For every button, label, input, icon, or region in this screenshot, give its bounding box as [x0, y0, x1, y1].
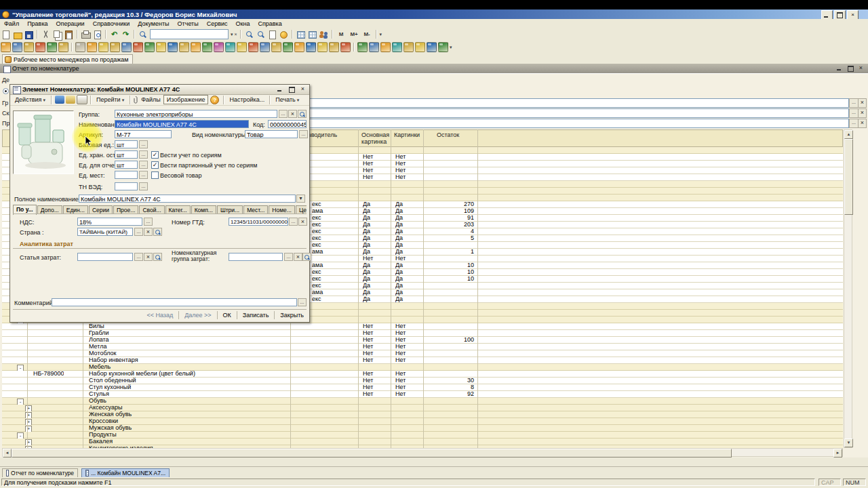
table-row[interactable]: МотоблокНетНет	[2, 350, 843, 357]
undo-icon[interactable]: ↶	[109, 30, 119, 39]
toolbar-icon[interactable]	[225, 42, 235, 52]
restore-button[interactable]	[834, 10, 846, 20]
toolbar-icon[interactable]	[144, 42, 155, 52]
scroll-left-icon[interactable]: ◄	[3, 449, 12, 458]
dialog-close-button[interactable]: ×	[298, 85, 307, 93]
toolbar-icon[interactable]	[329, 42, 339, 52]
table-row[interactable]: +Мужская обувь	[2, 425, 843, 432]
vat-select-button[interactable]: ...	[144, 218, 153, 226]
window-tab-2[interactable]: ... Комбайн MOULINEX A7...	[81, 468, 170, 478]
table-settings-icon[interactable]	[307, 30, 317, 39]
menu-item-справка[interactable]: Справка	[254, 20, 285, 28]
table-row[interactable]: -Продукты	[2, 432, 843, 439]
table-row[interactable]: +Бакалея	[2, 439, 843, 445]
toolbar-icon[interactable]	[121, 42, 132, 52]
table-row[interactable]: СтульяНетНет92	[2, 391, 843, 398]
new-icon[interactable]	[1, 30, 11, 39]
chevron-down-icon[interactable]: ▾	[231, 32, 233, 37]
unit-select-button[interactable]: ...	[139, 182, 148, 190]
country-clear-button[interactable]: ×	[144, 228, 153, 236]
checkbox-checked[interactable]: ✓	[151, 151, 159, 159]
cut-icon[interactable]	[41, 30, 51, 39]
dialog-button-1[interactable]: << Назад	[144, 310, 176, 320]
table-row[interactable]: ГраблиНетНет	[2, 330, 843, 337]
copy-icon[interactable]	[52, 30, 62, 39]
toolbar-icon[interactable]	[260, 42, 270, 52]
dialog-button-4[interactable]: Записать	[240, 310, 271, 320]
comment-input[interactable]	[52, 298, 297, 306]
copy-item-icon[interactable]	[77, 95, 87, 104]
scroll-right-icon[interactable]: ►	[833, 449, 842, 458]
search-input[interactable]	[150, 29, 229, 39]
unit-row-input[interactable]	[115, 171, 138, 179]
unit-select-button[interactable]: ...	[139, 150, 148, 159]
toolbar-icon[interactable]	[427, 42, 437, 52]
menu-item-окна[interactable]: Окна	[232, 20, 254, 28]
table-row[interactable]: Стул кухонныйНетНет8	[2, 384, 843, 391]
cost-item-search-icon[interactable]	[153, 253, 162, 261]
report-minimize-button[interactable]	[835, 64, 844, 72]
window-tab-1[interactable]: Отчет по номенклатуре	[2, 468, 78, 478]
toolbar-icon[interactable]	[1, 42, 11, 52]
vat-input[interactable]: 18%	[77, 218, 142, 226]
toolbar-icon[interactable]	[214, 42, 224, 52]
scroll-up-icon[interactable]: ▲	[844, 130, 853, 139]
unit-select-button[interactable]: ...	[139, 161, 148, 169]
go-button[interactable]: Перейти▾	[94, 96, 127, 104]
table-row[interactable]: +Аксессуары	[2, 405, 843, 411]
country-input[interactable]: ТАЙВАНЬ (КИТАЙ)	[77, 228, 133, 236]
dialog-minimize-button[interactable]	[275, 85, 284, 93]
toolbar-icon[interactable]	[156, 42, 166, 52]
toolbar-icon[interactable]	[438, 42, 448, 52]
print-preview-icon[interactable]	[92, 30, 102, 39]
gtd-clear-button[interactable]: ×	[298, 218, 307, 226]
toolbar-icon[interactable]	[403, 42, 414, 52]
table-row[interactable]: ЛопатаНетНет100	[2, 337, 843, 344]
clear-search-icon[interactable]: ×	[235, 32, 237, 37]
toolbar-icon[interactable]	[237, 42, 247, 52]
nom-group-input[interactable]	[229, 253, 283, 261]
unit-select-button[interactable]: ...	[139, 140, 148, 148]
info-icon[interactable]	[279, 30, 289, 39]
save-icon[interactable]	[24, 30, 34, 39]
kind-input[interactable]: Товар	[245, 130, 298, 138]
redo-icon[interactable]: ↷	[121, 30, 131, 39]
settings-button[interactable]: Настройка...	[226, 96, 267, 104]
doc-icon[interactable]	[267, 30, 277, 39]
toolbar-icon[interactable]	[248, 42, 258, 52]
table-row[interactable]: -Мебель	[2, 364, 843, 371]
actions-button[interactable]: Действия▾	[12, 96, 49, 104]
menu-item-отчеты[interactable]: Отчеты	[174, 20, 203, 28]
table-row[interactable]: +Женская обувь	[2, 411, 843, 418]
country-select-button[interactable]: ...	[134, 228, 143, 236]
gtd-select-button[interactable]: ...	[289, 218, 298, 226]
country-search-icon[interactable]	[153, 228, 162, 236]
table-row[interactable]: МетлаНетНет	[2, 344, 843, 350]
memory-button[interactable]: М	[336, 30, 347, 39]
kind-select-button[interactable]: ...	[299, 130, 308, 138]
filter2-icon[interactable]	[256, 30, 266, 39]
toolbar-icon[interactable]	[12, 42, 22, 52]
unit-row-input[interactable]	[115, 182, 138, 190]
toolbar-icon[interactable]	[392, 42, 402, 52]
full-name-dropdown-icon[interactable]: ▾	[296, 195, 305, 203]
workspace-tab[interactable]: Рабочее место менеджера по продажам	[2, 54, 133, 64]
checkbox-unchecked[interactable]	[151, 171, 159, 179]
cost-item-input[interactable]	[77, 253, 133, 261]
toolbar-icon[interactable]	[133, 42, 143, 52]
group-select-button[interactable]: ...	[279, 110, 288, 118]
vscroll-thumb[interactable]	[844, 139, 853, 215]
toolbar-icon[interactable]	[202, 42, 212, 52]
toolbar-icon[interactable]	[369, 42, 379, 52]
users-icon[interactable]	[319, 30, 329, 39]
toolbar-icon[interactable]	[167, 42, 178, 52]
table-row[interactable]: Набор инвентаряНетНет	[2, 357, 843, 364]
sku-input[interactable]: М-77	[115, 130, 172, 138]
table-row[interactable]: +Кроссовки	[2, 418, 843, 425]
unit-row-input[interactable]: шт	[115, 140, 138, 148]
open-icon[interactable]	[12, 30, 22, 39]
search-icon[interactable]	[138, 30, 148, 39]
menu-item-операции[interactable]: Операции	[52, 20, 89, 28]
table-icon[interactable]	[296, 30, 306, 39]
print-icon[interactable]	[81, 30, 91, 39]
